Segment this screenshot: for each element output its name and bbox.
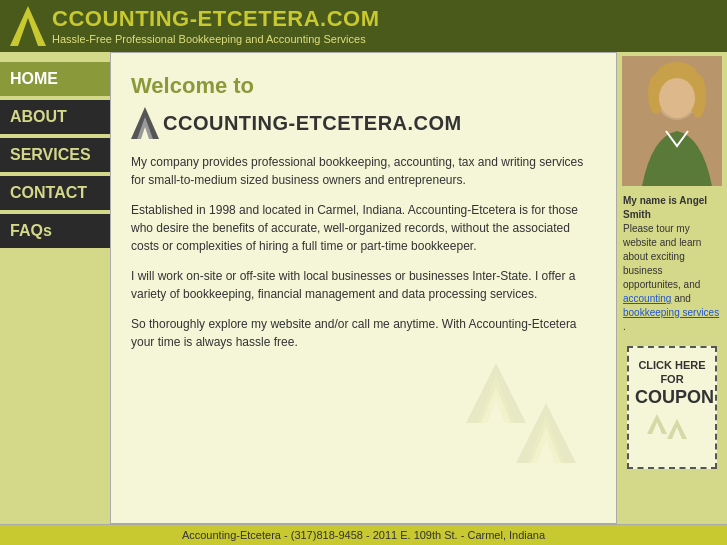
svg-marker-14 <box>647 414 667 434</box>
svg-marker-3 <box>478 375 514 423</box>
svg-marker-5 <box>528 415 564 463</box>
nav-about[interactable]: ABOUT <box>0 100 110 134</box>
bio-bookkeeping-link[interactable]: bookkeeping services <box>623 307 719 318</box>
header-title: CCOUNTING-ETCETERA.COM <box>52 7 380 31</box>
header-logo-icon <box>10 4 46 48</box>
site-name-logo: CCOUNTING-ETCETERA.COM <box>131 105 596 141</box>
site-name-text: CCOUNTING-ETCETERA.COM <box>163 112 462 135</box>
svg-marker-15 <box>667 419 687 439</box>
bio-body: Please tour my website and learn about e… <box>623 223 701 290</box>
footer-text: Accounting-Etcetera - (317)818-9458 - 20… <box>182 529 545 541</box>
svg-marker-4 <box>516 403 576 463</box>
person-silhouette-icon <box>622 56 722 186</box>
bio-accounting-link[interactable]: accounting <box>623 293 671 304</box>
site-logo-icon <box>131 105 159 141</box>
footer: Accounting-Etcetera - (317)818-9458 - 20… <box>0 524 727 545</box>
coupon-click-here: CLICK HERE <box>635 358 709 372</box>
content-para-4: So thoroughly explore my website and/or … <box>131 315 596 351</box>
nav-faqs[interactable]: FAQs <box>0 214 110 248</box>
svg-marker-2 <box>466 363 526 423</box>
coupon-box[interactable]: CLICK HERE FOR COUPON <box>627 346 717 469</box>
main-wrapper: HOME ABOUT SERVICES CONTACT FAQs Welcome… <box>0 52 727 545</box>
content-para-3: I will work on-site or off-site with loc… <box>131 267 596 303</box>
coupon-arrows-icon <box>642 414 702 454</box>
sidebar: HOME ABOUT SERVICES CONTACT FAQs <box>0 52 110 524</box>
bio-name: My name is Angel Smith <box>623 195 707 220</box>
content-para-2: Established in 1998 and located in Carme… <box>131 201 596 255</box>
right-bio: My name is Angel Smith Please tour my we… <box>617 190 727 338</box>
body-row: HOME ABOUT SERVICES CONTACT FAQs Welcome… <box>0 52 727 524</box>
header: CCOUNTING-ETCETERA.COM Hassle-Free Profe… <box>0 0 727 52</box>
content-area: Welcome to CCOUNTING-ETCETERA.COM My com… <box>110 52 617 524</box>
coupon-for: FOR <box>635 372 709 386</box>
nav-home[interactable]: HOME <box>0 62 110 96</box>
svg-point-13 <box>659 78 695 118</box>
right-panel: My name is Angel Smith Please tour my we… <box>617 52 727 524</box>
person-photo <box>622 56 722 186</box>
coupon-word: COUPON <box>635 387 709 408</box>
header-subtitle: Hassle-Free Professional Bookkeeping and… <box>52 33 380 45</box>
header-text: CCOUNTING-ETCETERA.COM Hassle-Free Profe… <box>52 7 380 45</box>
nav-contact[interactable]: CONTACT <box>0 176 110 210</box>
bio-end: . <box>623 321 626 332</box>
nav-services[interactable]: SERVICES <box>0 138 110 172</box>
watermark-icon <box>466 363 586 483</box>
welcome-heading: Welcome to <box>131 73 596 99</box>
content-para-1: My company provides professional bookkee… <box>131 153 596 189</box>
